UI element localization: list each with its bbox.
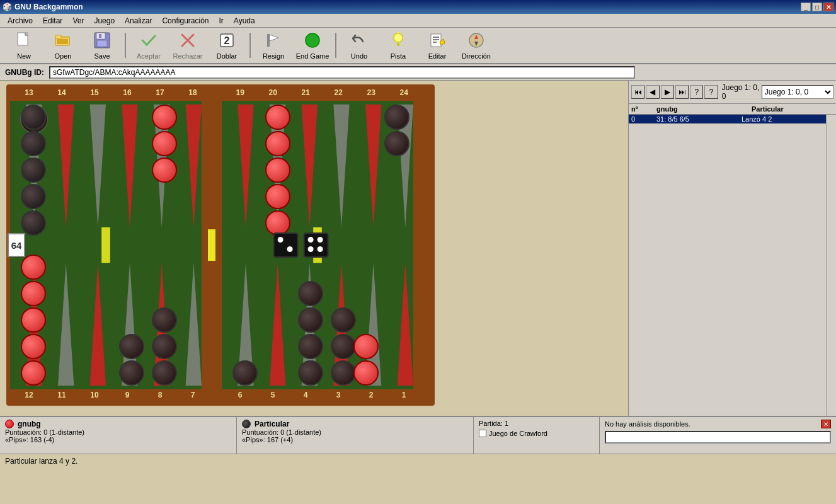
match-status: Partida: 1 Juego de Crawford [474, 417, 600, 454]
maximize-button[interactable]: □ [812, 3, 822, 11]
window-title: GNU Backgammon [14, 3, 83, 11]
svg-marker-17 [270, 35, 278, 41]
svg-marker-32 [90, 105, 106, 227]
board-left-half [10, 101, 202, 389]
menu-archivo[interactable]: Archivo [3, 15, 38, 26]
svg-point-19 [394, 33, 403, 42]
board-top-numbers: 13 14 15 16 17 18 19 20 21 22 23 24 [10, 88, 431, 100]
menu-analizar[interactable]: Analizar [120, 15, 157, 26]
move-gnubg: 31: 8/5 6/5 [656, 115, 742, 123]
svg-rect-7 [57, 39, 68, 44]
player1-dot [5, 420, 14, 428]
board-frame[interactable]: 13 14 15 16 17 18 19 20 21 22 23 24 [6, 84, 435, 406]
nav-last[interactable]: ⏭ [675, 85, 689, 99]
resign-button[interactable]: Resign [255, 30, 292, 61]
direction-icon [467, 32, 485, 51]
move-list-header: nº gnubg Particular [629, 104, 836, 115]
minimize-button[interactable]: _ [801, 3, 811, 11]
game-dropdown[interactable]: Juego 1: 0, 0 [762, 85, 833, 99]
right-panel: ⏮ ◀ ▶ ⏭ ? ? Juego 1: 0, 0 Juego 1: 0, 0 … [628, 81, 836, 416]
edit-button[interactable]: Editar [418, 30, 456, 61]
analysis-header: No hay análisis disponibles. ✕ [605, 420, 831, 428]
reject-icon [179, 32, 197, 51]
open-icon [54, 32, 72, 51]
move-list-content: 0 31: 8/5 6/5 Lanzó 4 2 [629, 115, 836, 416]
svg-marker-37 [58, 263, 74, 386]
svg-marker-35 [186, 105, 202, 227]
die-1 [273, 232, 299, 258]
menu-ver[interactable]: Ver [67, 15, 89, 26]
new-button[interactable]: New [5, 30, 43, 61]
resign-label: Resign [263, 52, 284, 60]
player2-dot [242, 420, 251, 428]
crawford-checkbox[interactable] [479, 430, 486, 437]
board-play-area: 64 [10, 101, 431, 389]
svg-marker-31 [58, 105, 74, 227]
col-gnubg: gnubg [656, 105, 752, 113]
nav-prev[interactable]: ◀ [646, 85, 659, 99]
svg-marker-38 [90, 263, 106, 386]
svg-point-18 [306, 33, 319, 47]
id-bar: GNUBg ID: [0, 64, 836, 81]
reject-button[interactable]: Rechazar [169, 30, 207, 61]
analysis-input[interactable] [605, 431, 831, 444]
direction-button[interactable]: Dirección [457, 30, 495, 61]
svg-rect-10 [97, 40, 107, 47]
new-label: New [17, 52, 31, 60]
analysis-text: No hay análisis disponibles. [605, 420, 690, 428]
svg-rect-20 [397, 43, 399, 46]
partida: Partida: 1 [479, 420, 594, 427]
reject-label: Rechazar [173, 52, 202, 60]
double-button[interactable]: 2 Doblar [208, 30, 246, 61]
status-bar: gnubg Puntuación: 0 (1-distante) «Pips»:… [0, 416, 836, 454]
nav-first[interactable]: ⏮ [631, 85, 644, 99]
id-input[interactable] [49, 66, 635, 79]
svg-rect-42 [101, 227, 110, 263]
analysis-close-button[interactable]: ✕ [821, 420, 831, 428]
window-icon: 🎲 [3, 3, 12, 11]
nav-next[interactable]: ▶ [661, 85, 674, 99]
toolbar-sep-3 [335, 33, 336, 58]
open-button[interactable]: Open [44, 30, 82, 61]
svg-marker-50 [365, 105, 381, 227]
endgame-button[interactable]: End Game [294, 30, 331, 61]
cube[interactable]: 64 [8, 233, 25, 257]
resign-icon [265, 32, 282, 51]
crawford-label: Juego de Crawford [489, 430, 547, 437]
nav-help2[interactable]: ? [704, 85, 718, 99]
undo-label: Undo [351, 52, 367, 60]
accept-button[interactable]: Aceptar [130, 30, 168, 61]
nav-bar: ⏮ ◀ ▶ ⏭ ? ? Juego 1: 0, 0 Juego 1: 0, 0 [629, 81, 836, 104]
player1-pips: «Pips»: 163 (-4) [5, 436, 231, 444]
board-bottom-numbers: 12 11 10 9 8 7 6 5 4 3 2 1 [10, 391, 431, 402]
menu-ir[interactable]: Ir [214, 15, 229, 26]
point-13-checkers [21, 105, 46, 236]
menu-ayuda[interactable]: Ayuda [229, 15, 260, 26]
point-8-checkers [152, 307, 177, 386]
table-row[interactable]: 0 31: 8/5 6/5 Lanzó 4 2 [629, 115, 826, 123]
svg-marker-46 [238, 105, 253, 227]
undo-button[interactable]: Undo [340, 30, 378, 61]
menu-configuracion[interactable]: Configuración [157, 15, 214, 26]
player2-name: Particular [242, 420, 468, 428]
menu-editar[interactable]: Editar [38, 15, 67, 26]
col-particular: Particular [752, 105, 833, 113]
undo-icon [350, 32, 368, 51]
svg-marker-41 [186, 263, 202, 386]
player1-score: Puntuación: 0 (1-distante) [5, 428, 231, 436]
toolbar-sep-2 [249, 33, 251, 58]
main-content: 13 14 15 16 17 18 19 20 21 22 23 24 [0, 81, 836, 416]
menu-juego[interactable]: Juego [89, 15, 120, 26]
save-button[interactable]: Save [83, 30, 121, 61]
message-bar: Particular lanza 4 y 2. [0, 454, 836, 467]
analysis-area: No hay análisis disponibles. ✕ [600, 417, 836, 454]
svg-marker-53 [270, 263, 285, 386]
close-button[interactable]: ✕ [823, 3, 833, 11]
move-num: 0 [631, 115, 656, 123]
nav-help1[interactable]: ? [690, 85, 703, 99]
move-list: 0 31: 8/5 6/5 Lanzó 4 2 [629, 115, 826, 416]
new-icon [15, 32, 33, 51]
hint-button[interactable]: Pista [379, 30, 417, 61]
point-20-checkers [265, 105, 290, 236]
scrollbar[interactable] [826, 115, 836, 416]
